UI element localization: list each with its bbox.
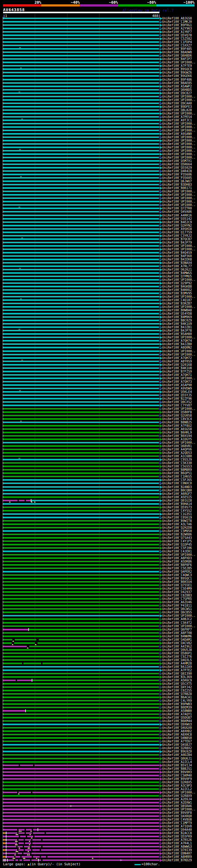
- hit-row[interactable]: UniRef100_B0XS94: [0, 434, 197, 438]
- hit-row[interactable]: UniRef100_B4Q4S9: [0, 251, 197, 254]
- hit-bar-segment[interactable]: [3, 849, 159, 851]
- hit-label[interactable]: UniRef100_C1MPT9: [162, 821, 192, 825]
- hit-row[interactable]: UniRef100_Q4CV82: [0, 641, 197, 645]
- hit-bar-segment[interactable]: [3, 184, 159, 185]
- hit-label[interactable]: UniRef100_A7TE67: [162, 740, 192, 743]
- hit-label[interactable]: UniRef100_C7GPR5: [162, 597, 192, 600]
- hit-row[interactable]: UniRef100_Q5M7X1: [0, 159, 197, 162]
- hit-label[interactable]: UniRef100_UPI000..: [162, 196, 195, 200]
- hit-bar-segment[interactable]: [3, 758, 159, 759]
- hit-row[interactable]: UniRef100_Q6JWU7: [0, 180, 197, 183]
- hit-row[interactable]: UniRef100_B9HA14: [0, 502, 197, 505]
- hit-label[interactable]: UniRef100_Q755E1: [162, 584, 192, 587]
- hit-bar-segment[interactable]: [3, 350, 159, 352]
- hit-row[interactable]: UniRef100_A6ZU46: [0, 600, 197, 604]
- hit-label[interactable]: UniRef100_A9VDW9: [162, 387, 192, 390]
- hit-bar-segment[interactable]: [3, 792, 159, 793]
- hit-bar-segment[interactable]: [3, 425, 159, 427]
- hit-row[interactable]: UniRef100_A0BJC2: [0, 617, 197, 621]
- hit-label[interactable]: UniRef100_B9GEK6: [162, 74, 192, 78]
- hit-label[interactable]: UniRef100_B3NAX4: [162, 261, 192, 265]
- hit-row[interactable]: UniRef100_C4Q187: [0, 298, 197, 302]
- hit-bar-segment[interactable]: [3, 194, 159, 195]
- hit-bar-segment[interactable]: [3, 520, 159, 522]
- hit-bar-segment[interactable]: [3, 826, 159, 827]
- hit-bar-segment[interactable]: [3, 242, 159, 243]
- hit-label[interactable]: UniRef100_C0Z2S5: [162, 689, 192, 692]
- hit-row[interactable]: UniRef100_A9SHI8: [0, 227, 197, 230]
- hit-row[interactable]: UniRef100_B9V0F8: [0, 811, 197, 814]
- hit-label[interactable]: UniRef100_Q4XRQ0: [162, 814, 192, 818]
- hit-label[interactable]: UniRef100_B9WIT8: [162, 519, 192, 523]
- hit-label[interactable]: UniRef100_C4LYR9: [162, 699, 192, 702]
- hit-label[interactable]: UniRef100_Q4Q3L5: [162, 658, 192, 662]
- hit-bar-segment[interactable]: [3, 120, 159, 121]
- hit-label[interactable]: UniRef100_B4NKM6: [162, 634, 192, 638]
- hit-bar-segment[interactable]: [3, 540, 159, 542]
- hit-label[interactable]: UniRef100_Q9U5J8: [162, 648, 192, 652]
- hit-label[interactable]: UniRef100_UPI000..: [162, 142, 195, 146]
- hit-label[interactable]: UniRef100_A7PES4: [162, 115, 192, 119]
- hit-label[interactable]: UniRef100_B4JZA9: [162, 665, 192, 669]
- hit-bar-segment[interactable]: [3, 235, 159, 237]
- hit-bar-segment[interactable]: [3, 143, 159, 145]
- hit-bar-segment[interactable]: [3, 618, 159, 620]
- hit-label[interactable]: UniRef100_A2DXW1: [162, 801, 192, 804]
- hit-row[interactable]: UniRef100_B4JZB0: [0, 342, 197, 346]
- hit-label[interactable]: UniRef100_Q7PMU5: [162, 275, 192, 278]
- hit-bar-segment[interactable]: [3, 18, 159, 19]
- hit-label[interactable]: UniRef100_A2Y963: [162, 27, 192, 30]
- hit-label[interactable]: UniRef100_A9SHI8: [162, 227, 192, 230]
- hit-label[interactable]: UniRef100_Q29P92: [162, 281, 192, 285]
- hit-bar-segment[interactable]: [3, 215, 159, 216]
- hit-row[interactable]: UniRef100_UPI000..: [0, 200, 197, 203]
- hit-label[interactable]: UniRef100_B9V0F9: [162, 777, 192, 780]
- hit-row[interactable]: UniRef100_Q4XRQ0: [0, 814, 197, 818]
- hit-row[interactable]: UniRef100_UPI000..: [0, 61, 197, 64]
- hit-label[interactable]: UniRef100_Q4N8S0: [162, 736, 192, 740]
- hit-label[interactable]: UniRef100_A4QPV6: [162, 448, 192, 451]
- hit-bar-segment[interactable]: [31, 500, 159, 501]
- hit-bar-segment[interactable]: [3, 445, 159, 447]
- hit-label[interactable]: UniRef100_P41811: [162, 604, 192, 607]
- hit-row[interactable]: UniRef100_UPI000..: [0, 95, 197, 98]
- hit-bar-segment[interactable]: [3, 204, 159, 206]
- hit-row[interactable]: UniRef100_B4JP78: [0, 329, 197, 332]
- hit-bar-segment[interactable]: [3, 605, 159, 606]
- hit-row[interactable]: UniRef100_B8P8F6: [0, 563, 197, 566]
- hit-row[interactable]: UniRef100_C8Z8B3: [0, 594, 197, 597]
- hit-row[interactable]: UniRef100_A7PES4: [0, 115, 197, 119]
- hit-label[interactable]: UniRef100_Q55FR9: [162, 835, 192, 838]
- hit-row[interactable]: ▷UniRef100_B7KD29: [0, 859, 197, 862]
- hit-bar-segment[interactable]: [3, 266, 159, 267]
- hit-row[interactable]: UniRef100_A7R4L1: [0, 841, 197, 845]
- hit-bar-segment[interactable]: [3, 652, 159, 654]
- hit-label[interactable]: UniRef100_C1MKJ0: [162, 20, 192, 23]
- hit-label[interactable]: UniRef100_C4QWC3: [162, 573, 192, 577]
- hit-bar-segment[interactable]: [3, 734, 159, 735]
- hit-label[interactable]: UniRef100_C5E2B5: [162, 566, 192, 570]
- hit-row[interactable]: UniRef100_B0CQB0: [0, 489, 197, 492]
- hit-label[interactable]: UniRef100_A8Q0N2: [162, 346, 192, 349]
- hit-row[interactable]: UniRef100_UPI000..: [0, 377, 197, 380]
- hit-label[interactable]: UniRef100_A3LTA6: [162, 523, 192, 526]
- hit-label[interactable]: UniRef100_B9DFE3: [162, 105, 192, 108]
- hit-row[interactable]: UniRef100_A2Y963: [0, 27, 197, 30]
- hit-label[interactable]: UniRef100_B0CQB0: [162, 489, 192, 492]
- hit-label[interactable]: UniRef100_A1DGY5: [162, 438, 192, 441]
- hit-row[interactable]: UniRef100_A8Y0S9: [0, 360, 197, 363]
- hit-row[interactable]: UniRef100_B4MWG5: [0, 271, 197, 275]
- hit-label[interactable]: UniRef100_B3L369: [162, 675, 192, 679]
- hit-label[interactable]: UniRef100_C9ZJT6: [162, 655, 192, 658]
- hit-label[interactable]: UniRef100_B4IEK8: [162, 258, 192, 261]
- hit-bar-segment[interactable]: [3, 459, 159, 460]
- hit-label[interactable]: UniRef100_B6ACA1: [162, 695, 192, 699]
- hit-row[interactable]: UniRef100_B8AE85: [0, 81, 197, 85]
- hit-bar-segment[interactable]: [3, 859, 159, 861]
- hit-row[interactable]: UniRef100_UPI000..: [0, 146, 197, 149]
- hit-label[interactable]: UniRef100_B5VIJ4: [162, 764, 192, 767]
- hit-label[interactable]: UniRef100_C5XXZ7: [162, 44, 192, 47]
- hit-row[interactable]: UniRef100_A5E5I5: [0, 495, 197, 499]
- hit-row[interactable]: UniRef100_C4V8U8: [0, 818, 197, 821]
- hit-label[interactable]: UniRef100_A5BNB0: [162, 709, 192, 713]
